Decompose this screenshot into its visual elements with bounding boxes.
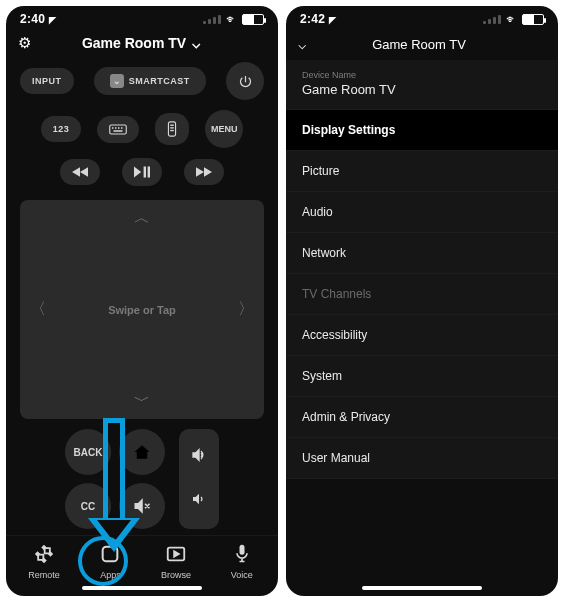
menu-button[interactable]: MENU (205, 110, 243, 148)
keyboard-icon (109, 124, 127, 135)
svg-rect-6 (169, 122, 176, 136)
row-user-manual[interactable]: User Manual (286, 438, 558, 479)
voice-icon (228, 540, 256, 568)
volume-down-button[interactable] (191, 492, 207, 510)
wifi-icon: ᯤ (226, 13, 237, 25)
remote-icon (30, 540, 58, 568)
status-time: 2:40 ◤ (20, 12, 56, 26)
settings-header: ⌵ Game Room TV (286, 28, 558, 60)
status-bar: 2:40 ◤ ᯤ (6, 6, 278, 28)
device-selector[interactable]: Game Room TV ⌵ (39, 35, 243, 51)
guide-button[interactable] (155, 113, 189, 145)
row-accessibility[interactable]: Accessibility (286, 315, 558, 356)
rewind-button[interactable] (60, 159, 100, 185)
dpad-up-icon[interactable]: ︿ (134, 208, 150, 229)
nav-voice-label: Voice (231, 570, 253, 580)
status-right: ᯤ (483, 13, 544, 25)
location-icon: ◤ (329, 15, 336, 25)
mute-button[interactable] (119, 483, 165, 529)
section-display-settings: Display Settings (286, 110, 558, 151)
browse-icon (162, 540, 190, 568)
play-pause-icon (134, 166, 150, 178)
smartcast-button[interactable]: ⌄ SMARTCAST (94, 67, 206, 95)
forward-icon (196, 167, 212, 177)
guide-icon (167, 121, 177, 137)
apps-icon (96, 540, 124, 568)
bottom-nav: Remote Apps Browse Voice (6, 535, 278, 582)
back-button[interactable]: BACK (65, 429, 111, 475)
home-button[interactable] (119, 429, 165, 475)
dpad-left-icon[interactable]: 〈 (30, 299, 46, 320)
status-right: ᯤ (203, 13, 264, 25)
power-icon (238, 74, 253, 89)
dpad-down-icon[interactable]: ﹀ (134, 391, 150, 412)
nav-remote[interactable]: Remote (28, 540, 60, 580)
row-system[interactable]: System (286, 356, 558, 397)
volume-up-button[interactable] (191, 448, 207, 466)
cellular-icon (203, 15, 221, 24)
battery-icon (522, 14, 544, 25)
home-icon (133, 443, 151, 461)
device-name-value: Game Room TV (302, 82, 542, 97)
clock-text: 2:42 (300, 12, 325, 26)
device-name-label: Device Name (302, 70, 542, 80)
volume-rocker (179, 429, 219, 529)
wifi-icon: ᯤ (506, 13, 517, 25)
clock-text: 2:40 (20, 12, 45, 26)
svg-rect-7 (170, 125, 174, 126)
svg-rect-12 (239, 545, 244, 555)
device-name-row[interactable]: Device Name Game Room TV (286, 60, 558, 110)
svg-rect-2 (115, 127, 117, 129)
settings-title: Game Room TV (316, 37, 522, 52)
chevron-down-icon: ⌵ (192, 35, 200, 51)
dpad-right-icon[interactable]: 〉 (238, 299, 254, 320)
device-title: Game Room TV (82, 35, 186, 51)
phone-settings: 2:42 ◤ ᯤ ⌵ Game Room TV Device Name Game… (286, 6, 558, 596)
row-audio[interactable]: Audio (286, 192, 558, 233)
home-indicator[interactable] (82, 586, 202, 590)
svg-rect-9 (170, 130, 174, 131)
nav-apps-label: Apps (100, 570, 121, 580)
settings-list[interactable]: Device Name Game Room TV Display Setting… (286, 60, 558, 582)
nav-browse-label: Browse (161, 570, 191, 580)
nav-browse[interactable]: Browse (161, 540, 191, 580)
play-pause-button[interactable] (122, 158, 162, 186)
status-time: 2:42 ◤ (300, 12, 336, 26)
phone-remote: 2:40 ◤ ᯤ ⚙ Game Room TV ⌵ INPUT ⌄ SMARTC… (6, 6, 278, 596)
gear-icon[interactable]: ⚙ (18, 34, 31, 52)
home-indicator[interactable] (362, 586, 482, 590)
nav-apps[interactable]: Apps (96, 540, 124, 580)
cellular-icon (483, 15, 501, 24)
remote-body: INPUT ⌄ SMARTCAST 123 MENU (6, 62, 278, 535)
row-tv-channels: TV Channels (286, 274, 558, 315)
power-button[interactable] (226, 62, 264, 100)
svg-rect-4 (121, 127, 123, 129)
fast-forward-button[interactable] (184, 159, 224, 185)
row-network[interactable]: Network (286, 233, 558, 274)
control-cluster: BACK CC (65, 429, 165, 529)
cc-button[interactable]: CC (65, 483, 111, 529)
touchpad-caption: Swipe or Tap (108, 304, 176, 316)
volume-down-icon (191, 492, 207, 506)
rewind-icon (72, 167, 88, 177)
numpad-button[interactable]: 123 (41, 116, 82, 142)
svg-rect-1 (112, 127, 114, 129)
keyboard-button[interactable] (97, 116, 139, 143)
svg-rect-5 (114, 130, 123, 132)
nav-remote-label: Remote (28, 570, 60, 580)
header: ⚙ Game Room TV ⌵ (6, 28, 278, 62)
nav-voice[interactable]: Voice (228, 540, 256, 580)
svg-rect-0 (110, 125, 127, 134)
row-admin-privacy[interactable]: Admin & Privacy (286, 397, 558, 438)
svg-rect-8 (170, 127, 174, 128)
touchpad[interactable]: ︿ 〈 Swipe or Tap 〉 ﹀ (20, 200, 264, 419)
input-button[interactable]: INPUT (20, 68, 74, 94)
volume-up-icon (191, 448, 207, 462)
svg-rect-10 (103, 547, 118, 562)
battery-icon (242, 14, 264, 25)
smartcast-icon: ⌄ (110, 74, 124, 88)
svg-rect-3 (118, 127, 120, 129)
collapse-button[interactable]: ⌵ (298, 36, 306, 52)
location-icon: ◤ (49, 15, 56, 25)
row-picture[interactable]: Picture (286, 151, 558, 192)
